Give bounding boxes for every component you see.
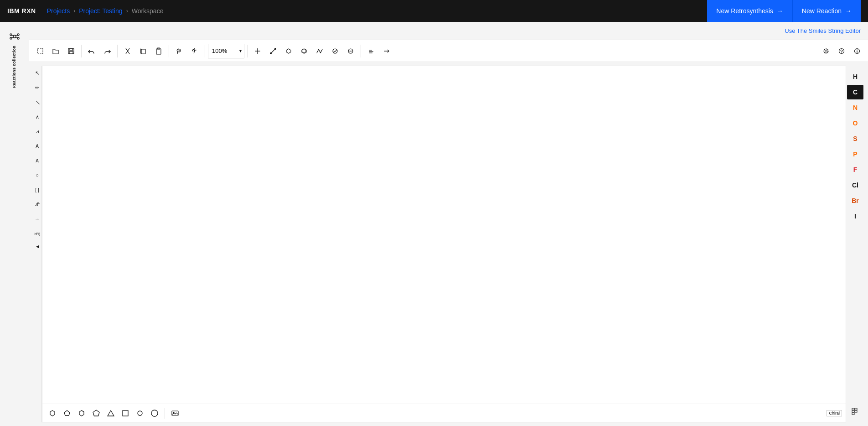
svg-marker-44 bbox=[108, 410, 114, 416]
ring-tool-button[interactable] bbox=[281, 44, 296, 58]
cyclopentane-icon bbox=[63, 409, 71, 417]
element-N[interactable]: N bbox=[847, 100, 863, 115]
undo-button[interactable] bbox=[84, 44, 99, 58]
benzene-ring-icon bbox=[78, 409, 86, 417]
line-tool[interactable]: | bbox=[32, 97, 42, 108]
template-button[interactable] bbox=[364, 44, 378, 58]
element-Cl[interactable]: Cl bbox=[847, 178, 863, 192]
measure-tool[interactable]: ⊿ bbox=[34, 128, 41, 135]
strip-expand-arrow[interactable]: ◀ bbox=[36, 244, 39, 249]
cyclopentane-button[interactable] bbox=[61, 407, 73, 420]
nav-projects[interactable]: Projects bbox=[47, 7, 70, 15]
info-button[interactable] bbox=[850, 44, 864, 58]
benzene-ring-button[interactable] bbox=[75, 407, 88, 420]
svg-rect-53 bbox=[855, 408, 857, 410]
bottom-separator bbox=[165, 408, 165, 419]
top-navigation: IBM RXN Projects › Project: Testing › Wo… bbox=[0, 0, 868, 22]
check-tool-button[interactable] bbox=[328, 44, 342, 58]
delete-button[interactable] bbox=[343, 44, 358, 58]
svg-line-8 bbox=[16, 37, 17, 38]
arrow-icon-2: → bbox=[845, 7, 852, 15]
v-tool[interactable]: ∧ bbox=[34, 113, 41, 120]
square-button[interactable] bbox=[119, 407, 132, 420]
svg-rect-45 bbox=[123, 410, 128, 416]
help-icon bbox=[838, 47, 845, 55]
svg-point-1 bbox=[10, 34, 12, 36]
arrow-icon: → bbox=[777, 7, 783, 15]
periodic-table-button[interactable] bbox=[848, 404, 863, 419]
clip-tool[interactable]: 🖇 bbox=[34, 201, 41, 208]
save-icon bbox=[67, 47, 75, 55]
zoom-control[interactable]: 50% 75% 100% 125% 150% 200% ▾ bbox=[208, 44, 244, 58]
chiral-badge[interactable]: Chiral bbox=[827, 410, 842, 416]
canvas-area[interactable]: Chiral bbox=[42, 66, 846, 422]
nav-workspace[interactable]: Workspace bbox=[132, 7, 164, 15]
select-tool-button[interactable] bbox=[33, 44, 47, 58]
atom-select-icon bbox=[191, 47, 198, 55]
bond-tool-button[interactable] bbox=[266, 44, 280, 58]
periodic-table-icon bbox=[851, 407, 859, 416]
add-atom-icon bbox=[254, 47, 261, 55]
large-circle-button[interactable] bbox=[148, 407, 161, 420]
undo-icon bbox=[88, 47, 95, 55]
drawing-canvas[interactable] bbox=[42, 66, 846, 404]
cyclohexane-button[interactable] bbox=[46, 407, 59, 420]
triangle-icon bbox=[107, 409, 115, 417]
element-P[interactable]: P bbox=[847, 147, 863, 161]
help-button[interactable] bbox=[834, 44, 849, 58]
svg-marker-39 bbox=[50, 410, 55, 416]
folder-icon bbox=[52, 47, 59, 55]
reactions-collection-label: Reactions collection bbox=[10, 42, 19, 90]
small-circle-icon bbox=[136, 409, 144, 417]
cut-button[interactable] bbox=[120, 44, 135, 58]
text-tool-a[interactable]: A bbox=[34, 142, 41, 150]
svg-point-2 bbox=[17, 34, 19, 36]
element-I[interactable]: I bbox=[847, 209, 863, 223]
smiles-editor-link[interactable]: Use The Smiles String Editor bbox=[785, 27, 861, 34]
element-S[interactable]: S bbox=[847, 131, 863, 146]
r-group-tool[interactable]: >R) bbox=[34, 230, 41, 237]
redo-button[interactable] bbox=[100, 44, 114, 58]
element-Br[interactable]: Br bbox=[847, 193, 863, 208]
svg-marker-43 bbox=[93, 410, 99, 416]
pointer-tool[interactable]: ↖ bbox=[34, 69, 41, 77]
sidebar-item-reactions-collection[interactable]: Reactions collection bbox=[7, 27, 22, 94]
element-F[interactable]: F bbox=[847, 162, 863, 177]
arrow-tool[interactable]: → bbox=[34, 215, 41, 223]
element-C[interactable]: C bbox=[847, 85, 863, 99]
sidebar-left: Reactions collection bbox=[0, 22, 29, 426]
element-O[interactable]: O bbox=[847, 116, 863, 130]
bracket-tool[interactable]: [ ] bbox=[34, 186, 41, 193]
settings-button[interactable] bbox=[819, 44, 833, 58]
triangle-button[interactable] bbox=[104, 407, 117, 420]
text-tool-a2[interactable]: A bbox=[34, 157, 41, 164]
benzene-button[interactable] bbox=[297, 44, 311, 58]
left-tool-strip: ↖ ✏ | ∧ ⊿ A A ○ [ ] 🖇 → >R) ◀ bbox=[33, 66, 42, 422]
svg-point-22 bbox=[274, 48, 276, 50]
chain-tool-button[interactable] bbox=[312, 44, 327, 58]
nav-project-testing[interactable]: Project: Testing bbox=[79, 7, 122, 15]
zoom-select[interactable]: 50% 75% 100% 125% 150% 200% bbox=[208, 44, 244, 58]
save-button[interactable] bbox=[64, 44, 78, 58]
circle-tool[interactable]: ○ bbox=[34, 171, 41, 179]
element-H[interactable]: H bbox=[847, 69, 863, 84]
svg-rect-16 bbox=[156, 49, 161, 54]
app-logo[interactable]: IBM RXN bbox=[7, 7, 36, 15]
check-icon bbox=[331, 47, 339, 55]
new-retrosynthesis-button[interactable]: New Retrosynthesis → bbox=[707, 0, 792, 22]
paste-button[interactable] bbox=[151, 44, 166, 58]
lasso-tool-button[interactable] bbox=[172, 44, 186, 58]
reaction-arrow-button[interactable] bbox=[379, 44, 394, 58]
small-circle-button[interactable] bbox=[134, 407, 146, 420]
chain-icon bbox=[316, 47, 323, 55]
pentagon-button[interactable] bbox=[90, 407, 103, 420]
atom-select-button[interactable] bbox=[187, 44, 202, 58]
open-file-button[interactable] bbox=[48, 44, 63, 58]
pencil-tool[interactable]: ✏ bbox=[34, 84, 41, 91]
image-button[interactable] bbox=[169, 407, 181, 420]
add-atom-button[interactable] bbox=[250, 44, 265, 58]
new-reaction-button[interactable]: New Reaction → bbox=[792, 0, 861, 22]
svg-rect-51 bbox=[852, 410, 854, 412]
copy-button[interactable] bbox=[136, 44, 150, 58]
svg-point-3 bbox=[10, 37, 12, 39]
